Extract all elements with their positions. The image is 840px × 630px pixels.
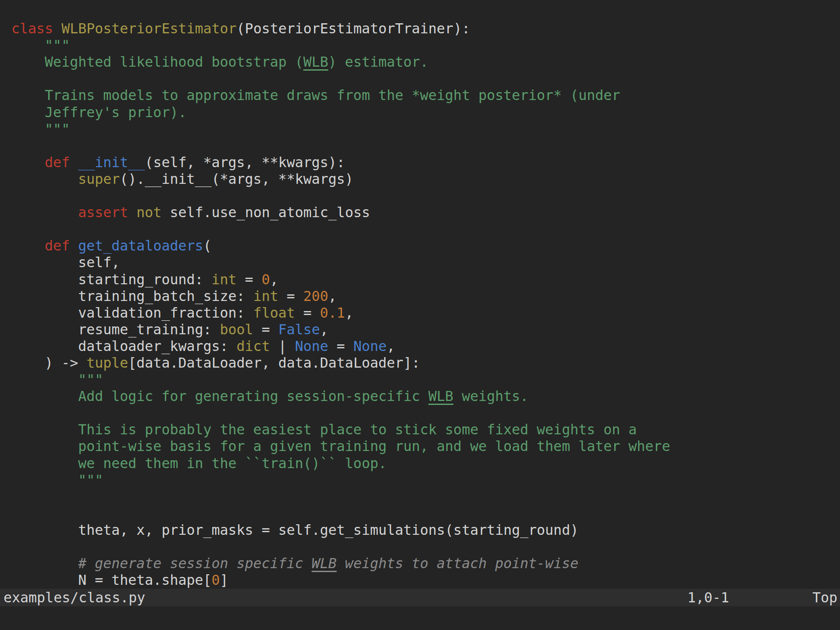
- code-token: [70, 154, 78, 170]
- code-line: [11, 538, 840, 555]
- code-token: ,: [387, 338, 395, 354]
- code-token: ) estimator.: [328, 54, 428, 70]
- command-line-area: [0, 606, 840, 630]
- code-token: starting_round:: [11, 272, 212, 287]
- vim-editor-window: class WLBPosteriorEstimator(PosteriorEst…: [0, 0, 840, 630]
- code-line: [11, 137, 840, 154]
- code-line: Trains models to approximate draws from …: [11, 87, 840, 104]
- code-token: weights.: [453, 388, 528, 404]
- code-token: class: [11, 21, 53, 36]
- code-token: ) ->: [11, 355, 86, 371]
- code-token: =: [295, 305, 320, 321]
- code-line: N = theta.shape[0]: [11, 572, 840, 588]
- code-token: None: [295, 338, 328, 354]
- code-line: we need them in the ``train()`` loop.: [11, 455, 840, 472]
- code-token: resume_training:: [11, 322, 220, 337]
- code-line: dataloader_kwargs: dict | None = None,: [11, 338, 840, 354]
- code-token: [11, 238, 45, 254]
- code-token: """: [11, 37, 70, 53]
- code-token: ,: [270, 272, 278, 287]
- code-token: validation_fraction:: [11, 305, 253, 321]
- code-token: point-wise basis for a given training ru…: [11, 438, 670, 454]
- code-token: [11, 171, 78, 187]
- code-line: """: [11, 121, 840, 137]
- code-token: WLBPosteriorEstimator: [61, 21, 236, 36]
- code-line: [11, 187, 840, 204]
- code-token: ,: [345, 305, 353, 321]
- code-line: Add logic for generating session-specifi…: [11, 388, 840, 404]
- code-token: 0: [262, 272, 270, 287]
- code-token: [11, 555, 78, 571]
- code-token: [11, 204, 78, 220]
- code-line: Weighted likelihood bootstrap (WLB) esti…: [11, 54, 840, 70]
- code-token: ]: [220, 572, 228, 588]
- code-token: dataloader_kwargs:: [11, 338, 237, 354]
- code-line: [11, 221, 840, 237]
- code-token: [53, 21, 61, 36]
- code-token: super: [78, 171, 120, 187]
- status-filename: examples/class.py: [4, 589, 145, 606]
- code-token: [11, 154, 45, 170]
- code-token: (self, *args, **kwargs):: [145, 154, 345, 170]
- code-token: 200: [303, 288, 328, 304]
- code-token: def: [45, 238, 70, 254]
- code-line: def get_dataloaders(: [11, 237, 840, 254]
- code-token: WLB: [303, 54, 328, 70]
- code-line: """: [11, 472, 840, 488]
- code-token: int: [212, 272, 237, 287]
- code-token: assert: [78, 204, 128, 220]
- code-token: Weighted likelihood bootstrap (: [11, 54, 303, 70]
- code-token: get_dataloaders: [78, 238, 203, 254]
- code-token: not: [136, 204, 161, 220]
- code-line: point-wise basis for a given training ru…: [11, 438, 840, 455]
- code-token: =: [237, 272, 262, 287]
- code-token: ().__init__(*args, **kwargs): [120, 171, 353, 187]
- code-token: def: [45, 154, 70, 170]
- code-line: Jeffrey's prior).: [11, 104, 840, 121]
- code-token: ,: [320, 322, 328, 337]
- code-token: None: [353, 338, 387, 354]
- code-line: ) -> tuple[data.DataLoader, data.DataLoa…: [11, 354, 840, 371]
- code-line: starting_round: int = 0,: [11, 271, 840, 288]
- code-token: we need them in the ``train()`` loop.: [11, 455, 387, 471]
- code-line: super().__init__(*args, **kwargs): [11, 171, 840, 187]
- code-line: training_batch_size: int = 200,: [11, 288, 840, 304]
- code-line: [11, 4, 840, 20]
- code-area[interactable]: class WLBPosteriorEstimator(PosteriorEst…: [0, 0, 840, 589]
- code-token: [data.DataLoader, data.DataLoader]:: [128, 355, 420, 371]
- status-bar: examples/class.py 1,0-1 Top: [0, 589, 840, 606]
- code-token: 0: [212, 572, 220, 588]
- code-token: bool: [220, 322, 253, 337]
- status-cursor-position: 1,0-1: [687, 589, 729, 606]
- code-line: [11, 404, 840, 421]
- code-token: Jeffrey's prior).: [11, 104, 186, 120]
- code-token: tuple: [86, 355, 128, 371]
- code-token: ,: [328, 288, 337, 304]
- code-line: assert not self.use_non_atomic_loss: [11, 204, 840, 221]
- code-token: Trains models to approximate draws from …: [11, 87, 620, 103]
- code-line: theta, x, prior_masks = self.get_simulat…: [11, 522, 840, 538]
- code-line: [11, 505, 840, 522]
- code-token: training_batch_size:: [11, 288, 253, 304]
- code-token: self,: [11, 254, 120, 270]
- code-token: self.use_non_atomic_loss: [161, 204, 370, 220]
- code-line: [11, 488, 840, 505]
- code-token: """: [11, 121, 70, 137]
- code-line: validation_fraction: float = 0.1,: [11, 304, 840, 321]
- code-token: """: [11, 472, 103, 488]
- code-line: self,: [11, 254, 840, 271]
- code-token: N = theta.shape[: [11, 572, 212, 588]
- code-token: # generate session specific: [78, 555, 312, 571]
- code-token: theta, x, prior_masks = self.get_simulat…: [11, 522, 578, 538]
- code-token: dict: [237, 338, 270, 354]
- code-line: class WLBPosteriorEstimator(PosteriorEst…: [11, 20, 840, 37]
- code-token: Add logic for generating session-specifi…: [11, 388, 428, 404]
- code-token: |: [270, 338, 295, 354]
- code-token: This is probably the easiest place to st…: [11, 422, 637, 437]
- code-token: float: [253, 305, 295, 321]
- status-scroll-indicator: Top: [812, 589, 837, 606]
- code-line: This is probably the easiest place to st…: [11, 421, 840, 438]
- code-token: WLB: [428, 388, 453, 404]
- code-line: """: [11, 371, 840, 388]
- code-token: __init__: [78, 154, 145, 170]
